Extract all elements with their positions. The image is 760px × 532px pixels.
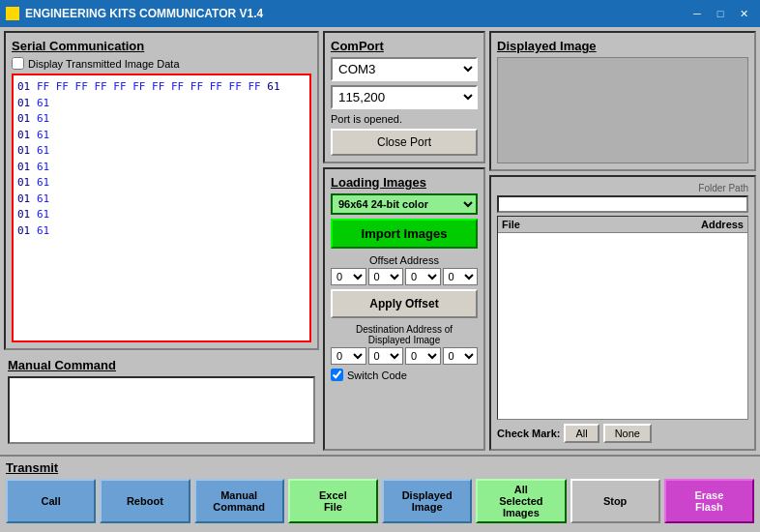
log-line: 01 61 [17, 192, 306, 208]
dest-select-3[interactable]: 0 [443, 347, 479, 365]
manual-command-input[interactable] [8, 376, 315, 444]
middle-column: ComPort COM3 115,200 Port is opened. Clo… [323, 31, 485, 451]
loading-images-title: Loading Images [331, 175, 478, 190]
title-bar: ENGINEERING KITS COMMUNICATOR V1.4 ─ □ ✕ [0, 0, 760, 27]
log-line: 01 61 [17, 111, 306, 128]
serial-comm-panel: Serial Communication Display Transmitted… [4, 31, 319, 350]
erase-flash-button[interactable]: Erase Flash [664, 479, 754, 523]
address-column-header: Address [583, 217, 747, 233]
file-table-panel: Folder Path File Address Check Mark: Al [489, 175, 756, 451]
dest-row: 0 0 0 0 [331, 347, 478, 365]
port-select[interactable]: COM3 [331, 57, 478, 81]
minimize-button[interactable]: ─ [687, 5, 708, 22]
port-status: Port is opened. [331, 113, 478, 125]
manual-command-title: Manual Command [8, 358, 315, 372]
file-table: File Address [497, 216, 748, 420]
manual-command-button[interactable]: Manual Command [194, 479, 284, 523]
baud-select[interactable]: 115,200 [331, 85, 478, 109]
folder-path-input[interactable] [497, 195, 748, 213]
switch-code-checkbox[interactable] [331, 369, 343, 381]
check-none-button[interactable]: None [603, 424, 652, 443]
displayed-image-panel: Displayed Image [489, 31, 756, 171]
transmit-buttons: CallRebootManual CommandExcel FileDispla… [6, 479, 754, 523]
call-button[interactable]: Call [6, 479, 96, 523]
maximize-button[interactable]: □ [710, 5, 731, 22]
app-title: ENGINEERING KITS COMMUNICATOR V1.4 [25, 7, 263, 20]
log-area: 01 FF FF FF FF FF FF FF FF FF FF FF FF 6… [12, 74, 311, 342]
transmit-bar: Transmit CallRebootManual CommandExcel F… [0, 455, 760, 532]
log-line: 01 61 [17, 96, 306, 112]
check-mark-row: Check Mark: All None [497, 424, 748, 443]
serial-comm-title: Serial Communication [12, 39, 311, 53]
offset-row: 0 0 0 0 [331, 268, 478, 285]
switch-code-row: Switch Code [331, 369, 478, 381]
check-all-button[interactable]: All [564, 424, 599, 443]
title-bar-left: ENGINEERING KITS COMMUNICATOR V1.4 [6, 7, 263, 20]
app-icon [6, 7, 19, 20]
dest-select-0[interactable]: 0 [331, 347, 366, 365]
log-line: 01 61 [17, 207, 306, 223]
close-button[interactable]: ✕ [733, 5, 754, 22]
log-line: 01 61 [17, 143, 306, 160]
excel-file-button[interactable]: Excel File [288, 479, 378, 523]
log-line: 01 61 [17, 160, 306, 176]
offset-select-0[interactable]: 0 [331, 268, 366, 285]
dest-select-1[interactable]: 0 [368, 347, 404, 365]
file-column-header: File [498, 217, 583, 233]
reboot-button[interactable]: Reboot [100, 479, 190, 523]
dest-select-2[interactable]: 0 [405, 347, 441, 365]
manual-command-panel: Manual Command [4, 354, 319, 451]
log-line: 01 61 [17, 223, 306, 240]
switch-code-label: Switch Code [347, 369, 407, 381]
all-selected-images-button[interactable]: All Selected Images [476, 479, 566, 523]
image-display-area [497, 57, 748, 163]
log-line: 01 61 [17, 175, 306, 192]
close-port-button[interactable]: Close Port [331, 129, 478, 156]
log-line: 01 61 [17, 128, 306, 144]
loading-images-left: Loading Images 96x64 24-bit color Import… [323, 167, 485, 451]
resolution-select[interactable]: 96x64 24-bit color [331, 193, 478, 215]
right-column: Displayed Image Folder Path File Address [489, 31, 756, 451]
offset-select-1[interactable]: 0 [368, 268, 404, 285]
title-bar-controls: ─ □ ✕ [687, 5, 754, 22]
offset-select-3[interactable]: 0 [443, 268, 479, 285]
offset-address-label: Offset Address [331, 254, 478, 266]
apply-offset-button[interactable]: Apply Offset [331, 289, 478, 318]
comport-panel: ComPort COM3 115,200 Port is opened. Clo… [323, 31, 485, 163]
import-images-button[interactable]: Import Images [331, 219, 478, 249]
log-line: 01 FF FF FF FF FF FF FF FF FF FF FF FF 6… [17, 79, 306, 96]
stop-button[interactable]: Stop [570, 479, 660, 523]
check-mark-label: Check Mark: [497, 428, 560, 439]
left-column: Serial Communication Display Transmitted… [4, 31, 319, 451]
comport-title: ComPort [331, 39, 478, 53]
transmit-title: Transmit [6, 460, 754, 475]
folder-path-label: Folder Path [497, 183, 748, 193]
display-transmitted-label: Display Transmitted Image Data [28, 58, 180, 70]
display-transmitted-checkbox[interactable] [12, 57, 24, 70]
displayed-image-button[interactable]: Displayed Image [382, 479, 472, 523]
offset-select-2[interactable]: 0 [405, 268, 441, 285]
displayed-image-title: Displayed Image [497, 39, 748, 53]
display-transmitted-row: Display Transmitted Image Data [12, 57, 311, 70]
dest-address-label: Destination Address ofDisplayed Image [331, 324, 478, 345]
